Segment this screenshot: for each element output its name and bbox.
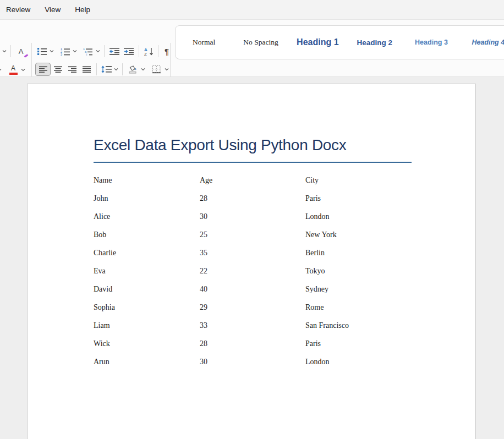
separator bbox=[104, 45, 105, 57]
chevron-down-icon[interactable] bbox=[95, 45, 101, 58]
table-cell: Sydney bbox=[305, 285, 453, 294]
tab-help[interactable]: Help bbox=[74, 4, 91, 15]
chevron-down-icon[interactable] bbox=[48, 45, 55, 58]
style-heading-3[interactable]: Heading 3 bbox=[403, 39, 459, 46]
style-heading-1[interactable]: Heading 1 bbox=[289, 37, 346, 47]
font-group-row2: A bbox=[0, 63, 26, 77]
chevron-down-icon[interactable] bbox=[163, 63, 170, 76]
style-heading-4[interactable]: Heading 4 bbox=[460, 39, 504, 46]
font-color-icon[interactable]: A bbox=[7, 63, 20, 76]
table-row: Wick28Paris bbox=[94, 335, 453, 353]
bullet-list-icon[interactable] bbox=[35, 45, 48, 58]
align-left-icon[interactable] bbox=[35, 63, 51, 76]
table-row: David40Sydney bbox=[94, 281, 453, 299]
table-cell: Berlin bbox=[305, 249, 453, 257]
table-cell: San Francisco bbox=[305, 321, 453, 330]
align-right-icon[interactable] bbox=[65, 63, 79, 76]
table-cell: New York bbox=[305, 231, 453, 239]
shading-icon[interactable] bbox=[125, 63, 140, 76]
table-cell: 40 bbox=[200, 285, 305, 294]
sort-icon[interactable]: A Z bbox=[142, 45, 155, 58]
table-row: John28Paris bbox=[94, 189, 453, 207]
table-cell: 29 bbox=[200, 303, 305, 312]
table-row: Sophia29Rome bbox=[94, 299, 453, 317]
chevron-down-icon[interactable] bbox=[20, 63, 26, 76]
numbered-list-icon[interactable]: 1 2 3 bbox=[58, 45, 72, 58]
table-cell: 28 bbox=[200, 339, 305, 348]
increase-indent-icon[interactable] bbox=[122, 45, 136, 58]
separator bbox=[96, 63, 97, 75]
style-heading-2[interactable]: Heading 2 bbox=[346, 39, 403, 47]
table-row: Bob25New York bbox=[94, 226, 453, 244]
style-no-spacing[interactable]: No Spacing bbox=[232, 38, 289, 47]
table-cell: Alice bbox=[94, 212, 200, 221]
table-row: Eva22Tokyo bbox=[94, 262, 453, 280]
document-page[interactable]: Excel Data Export Using Python Docx Name… bbox=[27, 84, 476, 439]
table-cell: 35 bbox=[200, 249, 305, 257]
table-row: Liam33San Francisco bbox=[94, 317, 453, 335]
table-cell: Wick bbox=[94, 339, 200, 348]
separator bbox=[158, 45, 158, 57]
table-cell: Name bbox=[94, 176, 200, 185]
table-cell: Paris bbox=[305, 194, 453, 203]
separator bbox=[139, 45, 139, 57]
table-cell: 30 bbox=[200, 358, 305, 366]
menu-bar: Review View Help bbox=[0, 0, 504, 20]
chevron-down-icon[interactable] bbox=[140, 63, 146, 76]
chevron-down-icon[interactable] bbox=[72, 45, 78, 58]
table-cell: Liam bbox=[94, 321, 200, 330]
chevron-down-icon[interactable] bbox=[0, 63, 3, 76]
table-cell: London bbox=[305, 212, 453, 221]
table-cell: John bbox=[94, 194, 200, 203]
eraser-icon bbox=[23, 53, 29, 58]
table-cell: Paris bbox=[305, 339, 453, 348]
justify-icon[interactable] bbox=[79, 63, 94, 76]
borders-icon[interactable] bbox=[149, 63, 163, 76]
tab-review[interactable]: Review bbox=[5, 4, 31, 15]
tab-view[interactable]: View bbox=[43, 4, 62, 15]
table-row: Arun30London bbox=[94, 353, 453, 371]
table-cell: Tokyo bbox=[305, 267, 453, 276]
table-cell: 30 bbox=[200, 212, 305, 221]
svg-text:Z: Z bbox=[144, 52, 147, 56]
paragraph-row1: 1 2 3 1 a i bbox=[32, 44, 172, 58]
decrease-indent-icon[interactable] bbox=[107, 45, 122, 58]
title-underline bbox=[94, 162, 412, 163]
font-color-bar bbox=[9, 73, 18, 75]
chevron-down-icon[interactable] bbox=[113, 63, 119, 76]
font-group-row1: A bbox=[0, 44, 28, 58]
paragraph-row2 bbox=[32, 62, 170, 76]
table-cell: 28 bbox=[200, 194, 305, 203]
table-row: Alice30London bbox=[94, 207, 453, 226]
svg-text:3: 3 bbox=[61, 53, 62, 56]
document-area: Excel Data Export Using Python Docx Name… bbox=[0, 77, 504, 439]
ribbon: A A 1 bbox=[0, 20, 504, 77]
table-header-row: NameAgeCity bbox=[94, 171, 453, 189]
pilcrow-icon[interactable]: ¶ bbox=[161, 45, 172, 58]
line-spacing-icon[interactable] bbox=[100, 63, 113, 76]
table-cell: David bbox=[94, 285, 200, 294]
table-cell: Charlie bbox=[94, 249, 200, 257]
separator bbox=[10, 45, 11, 57]
table-row: Charlie35Berlin bbox=[94, 244, 453, 262]
align-center-icon[interactable] bbox=[51, 63, 65, 76]
table-cell: 33 bbox=[200, 321, 305, 330]
styles-gallery: Normal No Spacing Heading 1 Heading 2 He… bbox=[175, 25, 504, 59]
svg-text:i: i bbox=[86, 53, 87, 56]
doc-table: NameAgeCityJohn28ParisAlice30LondonBob25… bbox=[94, 171, 453, 371]
table-cell: 25 bbox=[200, 231, 305, 239]
multilevel-list-icon[interactable]: 1 a i bbox=[81, 45, 95, 58]
table-cell: London bbox=[305, 358, 453, 366]
table-cell: Age bbox=[200, 176, 305, 185]
clear-formatting-icon[interactable]: A bbox=[14, 45, 28, 58]
table-cell: Bob bbox=[94, 231, 200, 239]
table-cell: 22 bbox=[200, 267, 305, 276]
style-normal[interactable]: Normal bbox=[176, 38, 232, 47]
table-cell: City bbox=[305, 176, 453, 185]
document-title: Excel Data Export Using Python Docx bbox=[94, 136, 347, 154]
table-cell: Sophia bbox=[94, 303, 200, 312]
table-cell: Arun bbox=[94, 358, 200, 366]
separator bbox=[122, 63, 123, 75]
chevron-down-icon[interactable] bbox=[1, 45, 8, 58]
table-cell: Eva bbox=[94, 267, 200, 276]
